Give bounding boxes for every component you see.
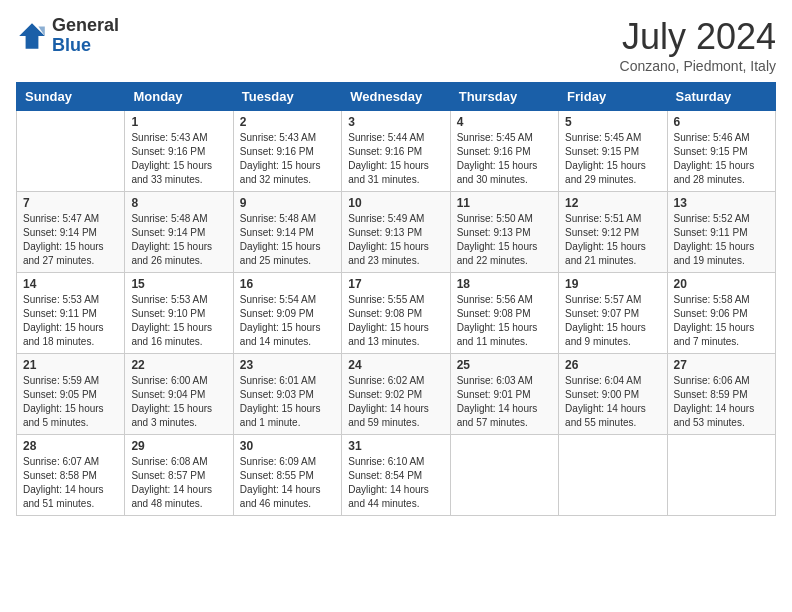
calendar-week-row: 21Sunrise: 5:59 AMSunset: 9:05 PMDayligh… [17, 354, 776, 435]
day-info: Sunrise: 5:43 AMSunset: 9:16 PMDaylight:… [240, 131, 335, 187]
location: Conzano, Piedmont, Italy [620, 58, 776, 74]
day-number: 5 [565, 115, 660, 129]
day-number: 29 [131, 439, 226, 453]
day-number: 13 [674, 196, 769, 210]
calendar-cell: 22Sunrise: 6:00 AMSunset: 9:04 PMDayligh… [125, 354, 233, 435]
calendar-cell [667, 435, 775, 516]
calendar-cell: 4Sunrise: 5:45 AMSunset: 9:16 PMDaylight… [450, 111, 558, 192]
day-info: Sunrise: 5:48 AMSunset: 9:14 PMDaylight:… [131, 212, 226, 268]
day-number: 9 [240, 196, 335, 210]
calendar-cell: 25Sunrise: 6:03 AMSunset: 9:01 PMDayligh… [450, 354, 558, 435]
logo-general-text: General [52, 16, 119, 36]
calendar-cell: 27Sunrise: 6:06 AMSunset: 8:59 PMDayligh… [667, 354, 775, 435]
calendar-day-header: Thursday [450, 83, 558, 111]
day-number: 23 [240, 358, 335, 372]
day-number: 10 [348, 196, 443, 210]
calendar-table: SundayMondayTuesdayWednesdayThursdayFrid… [16, 82, 776, 516]
day-info: Sunrise: 6:00 AMSunset: 9:04 PMDaylight:… [131, 374, 226, 430]
day-number: 8 [131, 196, 226, 210]
calendar-day-header: Friday [559, 83, 667, 111]
day-info: Sunrise: 5:53 AMSunset: 9:10 PMDaylight:… [131, 293, 226, 349]
day-number: 11 [457, 196, 552, 210]
calendar-week-row: 1Sunrise: 5:43 AMSunset: 9:16 PMDaylight… [17, 111, 776, 192]
calendar-cell: 16Sunrise: 5:54 AMSunset: 9:09 PMDayligh… [233, 273, 341, 354]
day-info: Sunrise: 5:56 AMSunset: 9:08 PMDaylight:… [457, 293, 552, 349]
calendar-cell: 8Sunrise: 5:48 AMSunset: 9:14 PMDaylight… [125, 192, 233, 273]
calendar-day-header: Monday [125, 83, 233, 111]
day-info: Sunrise: 6:02 AMSunset: 9:02 PMDaylight:… [348, 374, 443, 430]
calendar-cell: 10Sunrise: 5:49 AMSunset: 9:13 PMDayligh… [342, 192, 450, 273]
day-number: 4 [457, 115, 552, 129]
day-number: 31 [348, 439, 443, 453]
calendar-cell: 21Sunrise: 5:59 AMSunset: 9:05 PMDayligh… [17, 354, 125, 435]
day-number: 21 [23, 358, 118, 372]
day-info: Sunrise: 6:07 AMSunset: 8:58 PMDaylight:… [23, 455, 118, 511]
day-info: Sunrise: 6:04 AMSunset: 9:00 PMDaylight:… [565, 374, 660, 430]
calendar-cell: 7Sunrise: 5:47 AMSunset: 9:14 PMDaylight… [17, 192, 125, 273]
calendar-week-row: 7Sunrise: 5:47 AMSunset: 9:14 PMDaylight… [17, 192, 776, 273]
calendar-cell: 18Sunrise: 5:56 AMSunset: 9:08 PMDayligh… [450, 273, 558, 354]
day-number: 28 [23, 439, 118, 453]
day-number: 25 [457, 358, 552, 372]
calendar-day-header: Tuesday [233, 83, 341, 111]
calendar-day-header: Wednesday [342, 83, 450, 111]
day-info: Sunrise: 5:49 AMSunset: 9:13 PMDaylight:… [348, 212, 443, 268]
day-info: Sunrise: 6:09 AMSunset: 8:55 PMDaylight:… [240, 455, 335, 511]
day-number: 27 [674, 358, 769, 372]
calendar-cell: 17Sunrise: 5:55 AMSunset: 9:08 PMDayligh… [342, 273, 450, 354]
day-info: Sunrise: 5:47 AMSunset: 9:14 PMDaylight:… [23, 212, 118, 268]
title-block: July 2024 Conzano, Piedmont, Italy [620, 16, 776, 74]
day-number: 20 [674, 277, 769, 291]
day-number: 18 [457, 277, 552, 291]
day-info: Sunrise: 5:44 AMSunset: 9:16 PMDaylight:… [348, 131, 443, 187]
calendar-week-row: 28Sunrise: 6:07 AMSunset: 8:58 PMDayligh… [17, 435, 776, 516]
calendar-header-row: SundayMondayTuesdayWednesdayThursdayFrid… [17, 83, 776, 111]
day-info: Sunrise: 5:57 AMSunset: 9:07 PMDaylight:… [565, 293, 660, 349]
calendar-cell: 31Sunrise: 6:10 AMSunset: 8:54 PMDayligh… [342, 435, 450, 516]
day-info: Sunrise: 6:08 AMSunset: 8:57 PMDaylight:… [131, 455, 226, 511]
day-info: Sunrise: 5:58 AMSunset: 9:06 PMDaylight:… [674, 293, 769, 349]
calendar-cell: 3Sunrise: 5:44 AMSunset: 9:16 PMDaylight… [342, 111, 450, 192]
day-number: 26 [565, 358, 660, 372]
day-info: Sunrise: 5:53 AMSunset: 9:11 PMDaylight:… [23, 293, 118, 349]
day-info: Sunrise: 5:46 AMSunset: 9:15 PMDaylight:… [674, 131, 769, 187]
calendar-cell: 24Sunrise: 6:02 AMSunset: 9:02 PMDayligh… [342, 354, 450, 435]
day-number: 2 [240, 115, 335, 129]
month-title: July 2024 [620, 16, 776, 58]
calendar-cell: 5Sunrise: 5:45 AMSunset: 9:15 PMDaylight… [559, 111, 667, 192]
day-number: 12 [565, 196, 660, 210]
day-info: Sunrise: 6:10 AMSunset: 8:54 PMDaylight:… [348, 455, 443, 511]
logo-icon [16, 20, 48, 52]
day-info: Sunrise: 5:45 AMSunset: 9:16 PMDaylight:… [457, 131, 552, 187]
calendar-cell: 30Sunrise: 6:09 AMSunset: 8:55 PMDayligh… [233, 435, 341, 516]
calendar-cell: 26Sunrise: 6:04 AMSunset: 9:00 PMDayligh… [559, 354, 667, 435]
day-number: 14 [23, 277, 118, 291]
day-number: 7 [23, 196, 118, 210]
calendar-cell: 28Sunrise: 6:07 AMSunset: 8:58 PMDayligh… [17, 435, 125, 516]
day-number: 17 [348, 277, 443, 291]
day-number: 6 [674, 115, 769, 129]
day-number: 16 [240, 277, 335, 291]
calendar-cell [559, 435, 667, 516]
calendar-cell: 29Sunrise: 6:08 AMSunset: 8:57 PMDayligh… [125, 435, 233, 516]
day-info: Sunrise: 5:59 AMSunset: 9:05 PMDaylight:… [23, 374, 118, 430]
day-number: 24 [348, 358, 443, 372]
calendar-cell [450, 435, 558, 516]
calendar-cell: 14Sunrise: 5:53 AMSunset: 9:11 PMDayligh… [17, 273, 125, 354]
day-info: Sunrise: 5:50 AMSunset: 9:13 PMDaylight:… [457, 212, 552, 268]
day-info: Sunrise: 5:45 AMSunset: 9:15 PMDaylight:… [565, 131, 660, 187]
page-header: General Blue July 2024 Conzano, Piedmont… [16, 16, 776, 74]
day-info: Sunrise: 6:01 AMSunset: 9:03 PMDaylight:… [240, 374, 335, 430]
calendar-cell: 9Sunrise: 5:48 AMSunset: 9:14 PMDaylight… [233, 192, 341, 273]
calendar-day-header: Saturday [667, 83, 775, 111]
day-number: 1 [131, 115, 226, 129]
day-number: 15 [131, 277, 226, 291]
calendar-cell: 2Sunrise: 5:43 AMSunset: 9:16 PMDaylight… [233, 111, 341, 192]
day-info: Sunrise: 5:54 AMSunset: 9:09 PMDaylight:… [240, 293, 335, 349]
calendar-cell: 13Sunrise: 5:52 AMSunset: 9:11 PMDayligh… [667, 192, 775, 273]
day-info: Sunrise: 5:52 AMSunset: 9:11 PMDaylight:… [674, 212, 769, 268]
calendar-cell: 20Sunrise: 5:58 AMSunset: 9:06 PMDayligh… [667, 273, 775, 354]
logo-blue-text: Blue [52, 36, 119, 56]
calendar-cell: 6Sunrise: 5:46 AMSunset: 9:15 PMDaylight… [667, 111, 775, 192]
day-info: Sunrise: 5:51 AMSunset: 9:12 PMDaylight:… [565, 212, 660, 268]
